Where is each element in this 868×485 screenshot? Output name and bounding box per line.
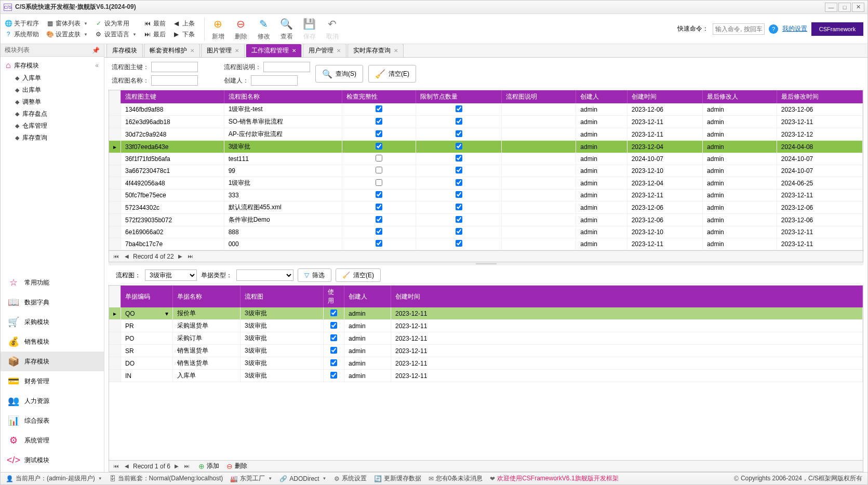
nav-first-icon[interactable]: ⏮ (112, 252, 121, 261)
cancel-button[interactable]: ↶取消 (325, 17, 340, 41)
table-row[interactable]: 6e169066a02888admin2023-12-10admin2023-1… (109, 226, 863, 238)
quickcmd-help-icon[interactable]: ? (769, 24, 778, 34)
module-item[interactable]: 🛒采购模块 (1, 312, 104, 332)
minus-icon[interactable]: ⊖ (226, 462, 233, 470)
grid1-navigator[interactable]: ⏮ ◀ Record 4 of 22 ▶ ⏭ (109, 251, 863, 262)
checkbox[interactable] (456, 143, 462, 150)
about-button[interactable]: 🌐关于程序 (5, 19, 39, 28)
column-header[interactable]: 单据编码 (121, 286, 173, 307)
minimize-button[interactable]: — (825, 3, 837, 12)
column-header[interactable]: 限制节点数量 (416, 90, 502, 103)
skin-button[interactable]: 🎨设置皮肤▼ (46, 30, 88, 39)
subfilter-button[interactable]: ▽筛选 (298, 268, 331, 282)
save-button[interactable]: 💾保存 (302, 17, 317, 41)
last-button[interactable]: ⏭最后 (144, 30, 166, 39)
nav-last-icon[interactable]: ⏭ (186, 252, 195, 261)
tree-item[interactable]: ◆出库单 (1, 84, 104, 96)
checkbox[interactable] (376, 105, 382, 112)
status-refresh[interactable]: 🔄更新缓存数据 (374, 474, 421, 483)
checkbox[interactable] (330, 334, 337, 341)
bill-select[interactable] (236, 270, 293, 281)
tree-header[interactable]: ⌂库存模块« (1, 59, 104, 72)
filter-desc-input[interactable] (263, 62, 310, 72)
table-row[interactable]: 1346fbd9af881级审批-testadmin2023-12-06admi… (109, 103, 863, 116)
filter-key-input[interactable] (151, 62, 198, 72)
close-icon[interactable]: ✕ (337, 48, 341, 53)
nav-last-icon[interactable]: ⏭ (183, 462, 191, 470)
column-header[interactable]: 使用 (324, 286, 344, 307)
module-item[interactable]: 📊综合报表 (1, 411, 104, 430)
checkbox[interactable] (456, 216, 462, 223)
column-header[interactable]: 创建时间 (391, 286, 863, 307)
checkbox[interactable] (456, 240, 462, 247)
table-row[interactable]: 50fc7fbe75ece333admin2023-12-11admin2023… (109, 190, 863, 201)
table-row[interactable]: 162e3d96adb18SO-销售单审批流程admin2023-12-11ad… (109, 116, 863, 128)
checkbox[interactable] (456, 191, 462, 198)
tab[interactable]: 用户管理✕ (303, 44, 346, 57)
checkbox[interactable] (376, 155, 382, 161)
table-row[interactable]: 30d72c9a9248AP-应付款审批流程admin2023-12-11adm… (109, 128, 863, 141)
nav-first-icon[interactable]: ⏮ (112, 462, 121, 470)
tab[interactable]: 库存模块 (106, 44, 143, 57)
checkbox[interactable] (456, 167, 462, 173)
checkbox[interactable] (330, 372, 337, 379)
table-row[interactable]: ▸QO ▾报价单3级审批admin2023-12-11 (109, 307, 863, 320)
checkbox[interactable] (330, 347, 337, 354)
close-icon[interactable]: ✕ (394, 48, 398, 53)
checkbox[interactable] (376, 191, 382, 198)
nav-next-icon[interactable]: ▶ (172, 462, 181, 470)
close-button[interactable]: ✕ (852, 3, 864, 12)
checkbox[interactable] (456, 105, 462, 112)
lang-button[interactable]: ⚙设置语言▼ (95, 30, 137, 39)
tree-item[interactable]: ◆库存盘点 (1, 108, 104, 120)
checkbox[interactable] (376, 216, 382, 223)
table-row[interactable]: PO采购订单3级审批admin2023-12-11 (109, 332, 863, 345)
tree-item[interactable]: ◆仓库管理 (1, 120, 104, 132)
checkbox[interactable] (456, 155, 462, 161)
table-row[interactable]: DO销售送货单3级审批admin2023-12-11 (109, 357, 863, 370)
close-icon[interactable]: ✕ (190, 48, 194, 53)
plus-icon[interactable]: ⊕ (198, 462, 205, 470)
table-row[interactable]: PR采购退货单3级审批admin2023-12-11 (109, 320, 863, 332)
column-header[interactable]: 最后修改人 (703, 90, 777, 103)
table-row[interactable]: 4f4492056a481级审批admin2023-12-04admin2024… (109, 177, 863, 190)
table-row[interactable]: 572344302c默认流程图455.xmladmin2023-12-06adm… (109, 201, 863, 214)
column-header[interactable]: 创建人 (344, 286, 391, 307)
module-item[interactable]: 👥人力资源 (1, 391, 104, 411)
tree-item[interactable]: ◆入库单 (1, 72, 104, 84)
close-icon[interactable]: ✕ (292, 48, 296, 53)
table-row[interactable]: 36f1f71fd5b6afatest111admin2024-10-07adm… (109, 153, 863, 165)
next-button[interactable]: ▶下条 (173, 30, 195, 39)
prev-button[interactable]: ◀上条 (173, 19, 195, 28)
grid2-navigator[interactable]: ⏮ ◀ Record 1 of 6 ▶ ⏭ ⊕ 添加 ⊖ 删除 (109, 461, 863, 472)
quickcmd-input[interactable] (713, 23, 765, 35)
checkbox[interactable] (456, 130, 462, 137)
nav-prev-icon[interactable]: ◀ (123, 252, 131, 261)
filter-name-input[interactable] (151, 75, 198, 86)
add-row-button[interactable]: 添加 (207, 462, 219, 470)
table-row[interactable]: SR销售退货单3级审批admin2023-12-11 (109, 345, 863, 357)
flow-select[interactable]: 3级审批 (145, 270, 197, 281)
module-item[interactable]: </>测试模块 (1, 450, 104, 470)
first-button[interactable]: ⏮最前 (144, 19, 166, 28)
checkbox[interactable] (456, 228, 462, 235)
module-item[interactable]: ☆常用功能 (1, 273, 104, 292)
table-row[interactable]: IN入库单3级审批admin2023-12-11 (109, 370, 863, 382)
column-header[interactable]: 创建人 (576, 90, 627, 103)
table-row[interactable]: ▸33f07eeda643e3级审批admin2023-12-04admin20… (109, 141, 863, 153)
subclear-button[interactable]: 🧹清空(E) (336, 268, 381, 282)
module-item[interactable]: 💳财务管理 (1, 371, 104, 391)
status-user[interactable]: 👤当前用户：(admin-超级用户)▼ (6, 474, 102, 483)
status-sysset[interactable]: ⚙系统设置 (334, 474, 367, 483)
checkbox[interactable] (376, 179, 382, 186)
module-item[interactable]: 💰销售模块 (1, 332, 104, 352)
tree-item[interactable]: ◆库存查询 (1, 132, 104, 144)
nav-next-icon[interactable]: ▶ (176, 252, 184, 261)
edit-button[interactable]: ✎修改 (257, 17, 271, 41)
checkbox[interactable] (376, 130, 382, 137)
module-item[interactable]: ⚙系统管理 (1, 430, 104, 450)
column-header[interactable]: 检查完整性 (342, 90, 416, 103)
column-header[interactable]: 流程图主键 (121, 90, 224, 103)
checkbox[interactable] (330, 309, 337, 316)
setcommon-button[interactable]: ✓设为常用 (95, 19, 137, 28)
